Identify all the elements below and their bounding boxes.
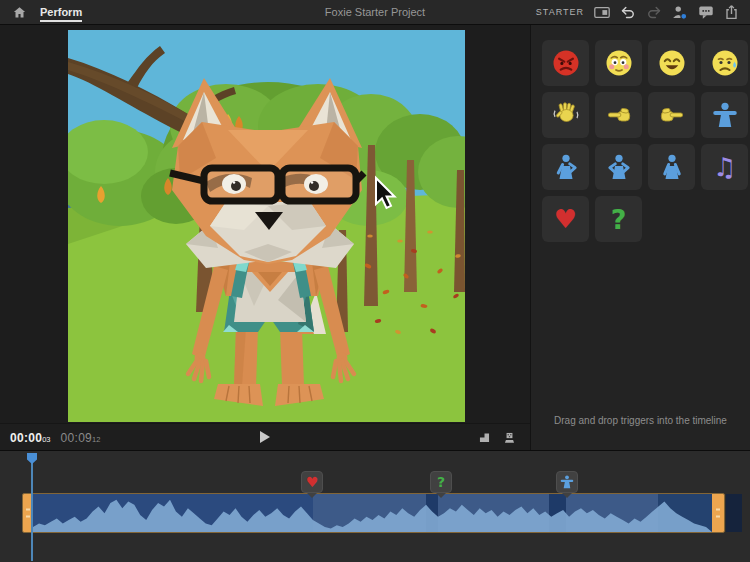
- trigger-button-person-arms-out[interactable]: [701, 92, 748, 138]
- triggers-panel: ♫♥? Drag and drop triggers into the time…: [530, 25, 750, 450]
- starter-panel-icon[interactable]: [593, 4, 610, 21]
- puppet-status-icon[interactable]: [671, 4, 688, 21]
- puppet-stage[interactable]: [68, 30, 465, 422]
- timeline-panel: ♥?: [0, 450, 750, 562]
- top-bar: Foxie Starter Project Perform STARTER: [0, 0, 750, 25]
- marker-pointer: [436, 493, 446, 498]
- snapshot-icon[interactable]: [501, 429, 518, 446]
- stage-scene: [68, 30, 465, 422]
- trigger-button-person-arms-down[interactable]: [648, 144, 695, 190]
- heart-icon: ♥: [301, 471, 323, 493]
- person-arms-out-icon: [710, 100, 740, 130]
- trigger-button-point-right-hand[interactable]: [648, 92, 695, 138]
- current-time[interactable]: 00:0003: [10, 428, 51, 446]
- trigger-button-laughing-face[interactable]: [648, 40, 695, 86]
- undo-icon[interactable]: [619, 4, 636, 21]
- home-icon[interactable]: [10, 3, 28, 21]
- audio-waveform: [33, 494, 712, 532]
- share-export-icon[interactable]: [723, 4, 740, 21]
- main-area: 00:0003 00:0912 ♫♥? Drag and: [0, 25, 750, 450]
- playhead-line: [31, 455, 33, 561]
- trigger-button-point-left-hand[interactable]: [595, 92, 642, 138]
- trigger-button-question-mark[interactable]: ?: [595, 196, 642, 242]
- triggers-hint: Drag and drop triggers into the timeline: [531, 415, 750, 426]
- marker-pointer: [307, 493, 317, 498]
- duration-time: 00:0912: [61, 428, 101, 446]
- clip-trim-right-handle[interactable]: [712, 494, 724, 532]
- question-mark-icon: ?: [611, 206, 627, 233]
- timeline-marker-heart[interactable]: ♥: [301, 471, 323, 498]
- laughing-face-icon: [657, 48, 687, 78]
- streams-icon[interactable]: [476, 429, 493, 446]
- tab-perform[interactable]: Perform: [40, 0, 82, 25]
- person-arms-out-icon: [556, 471, 578, 493]
- redo-icon[interactable]: [645, 4, 662, 21]
- question-mark-icon: ?: [430, 471, 452, 493]
- point-right-hand-icon: [657, 100, 687, 130]
- person-hands-on-hips-icon: [604, 152, 634, 182]
- timeline-marker-person-arms-out[interactable]: [556, 471, 578, 498]
- trigger-button-waving-hand[interactable]: [542, 92, 589, 138]
- marker-pointer: [562, 493, 572, 498]
- trigger-button-person-hand-on-hip[interactable]: [542, 144, 589, 190]
- trigger-button-music-notes[interactable]: ♫: [701, 144, 748, 190]
- plan-label: STARTER: [536, 7, 584, 17]
- trigger-button-person-hands-on-hips[interactable]: [595, 144, 642, 190]
- character-animator-window: Foxie Starter Project Perform STARTER: [0, 0, 750, 562]
- heart-icon: ♥: [554, 206, 577, 232]
- sad-face-icon: [710, 48, 740, 78]
- transport-bar: 00:0003 00:0912: [0, 423, 530, 450]
- tab-perform-label: Perform: [40, 6, 82, 18]
- person-hand-on-hip-icon: [551, 152, 581, 182]
- trigger-button-flushed-face[interactable]: [595, 40, 642, 86]
- trigger-button-heart[interactable]: ♥: [542, 196, 589, 242]
- audio-waveform-track[interactable]: [33, 494, 712, 532]
- feedback-chat-icon[interactable]: [697, 4, 714, 21]
- angry-face-icon: [551, 48, 581, 78]
- flushed-face-icon: [604, 48, 634, 78]
- audio-overflow-segment: [726, 494, 742, 532]
- point-left-hand-icon: [604, 100, 634, 130]
- waving-hand-icon: [551, 100, 581, 130]
- music-notes-icon: ♫: [713, 154, 736, 180]
- audio-clip[interactable]: [22, 493, 725, 533]
- person-arms-down-icon: [657, 152, 687, 182]
- playhead-handle[interactable]: [27, 453, 37, 464]
- trigger-grid: ♫♥?: [542, 40, 748, 242]
- trigger-button-sad-face[interactable]: [701, 40, 748, 86]
- trigger-button-angry-face[interactable]: [542, 40, 589, 86]
- stage-panel: 00:0003 00:0912: [0, 25, 530, 450]
- play-button[interactable]: [255, 427, 275, 447]
- timeline-marker-question-mark[interactable]: ?: [430, 471, 452, 498]
